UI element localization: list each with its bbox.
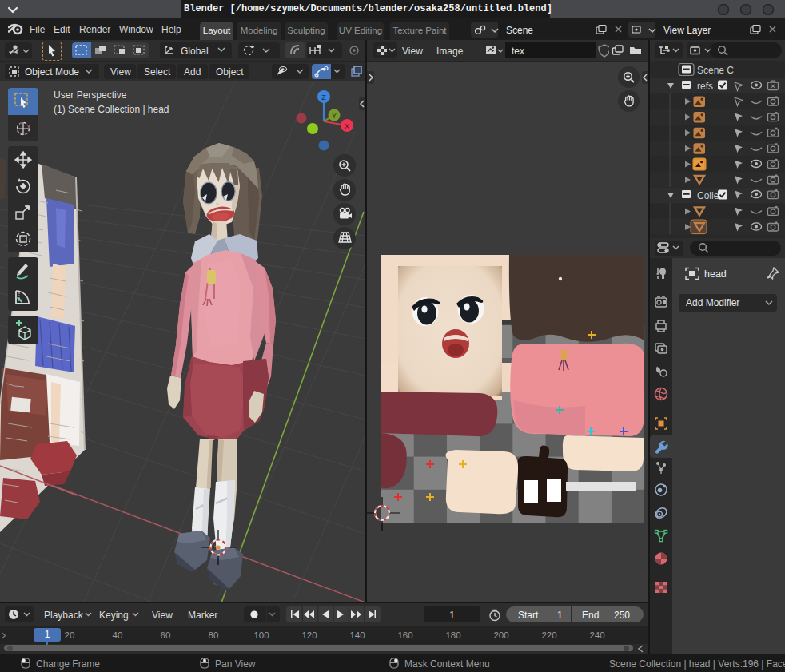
svg-text:X: X (345, 122, 349, 130)
svg-text:Scene C: Scene C (697, 65, 734, 76)
svg-text:Z: Z (321, 93, 326, 101)
svg-text:Y: Y (332, 112, 337, 120)
svg-text:Colle: Colle (697, 190, 719, 201)
svg-text:refs: refs (697, 81, 713, 92)
